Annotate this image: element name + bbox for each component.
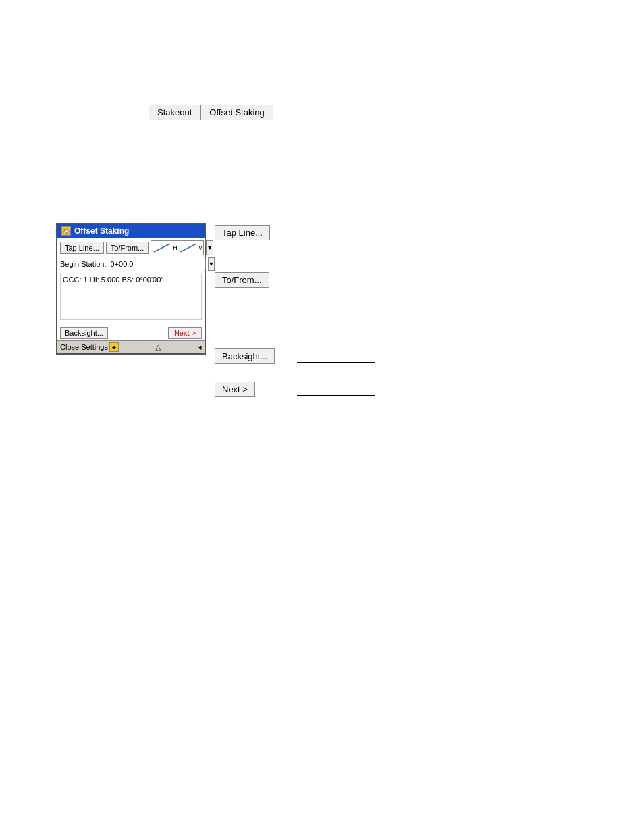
next-right-button[interactable]: Next > — [215, 382, 255, 397]
svg-line-0 — [154, 244, 170, 252]
page-container: Stakeout Offset Staking 🏠 Offset Staking… — [0, 0, 644, 834]
expand-icon: ◂ — [198, 343, 202, 352]
dialog-body: Tap Line... To/From... H v ▼ Begin Stati… — [57, 238, 205, 325]
top-tabs: Stakeout Offset Staking — [149, 105, 273, 120]
tap-line-right-button[interactable]: Tap Line... — [215, 225, 270, 240]
offset-staking-dialog: 🏠 Offset Staking Tap Line... To/From... … — [56, 223, 206, 355]
backsight-right-button[interactable]: Backsight... — [215, 348, 275, 364]
dialog-title-icon: 🏠 — [61, 226, 71, 236]
tap-line-button[interactable]: Tap Line... — [60, 242, 104, 254]
close-settings: Close Settings ★ — [60, 342, 119, 352]
dialog-bottom-bar: Close Settings ★ △ ◂ — [57, 340, 205, 353]
next-underline — [297, 395, 375, 396]
station-dropdown[interactable]: ▼ — [208, 257, 215, 271]
station-row: Begin Station: ▼ — [60, 257, 202, 271]
stakeout-tab[interactable]: Stakeout — [149, 105, 200, 120]
dialog-title-text: Offset Staking — [74, 226, 129, 236]
tab-underline — [177, 124, 244, 124]
survey-icon: △ — [153, 342, 163, 352]
tap-line-row: Tap Line... To/From... H v ▼ — [60, 240, 202, 255]
info-area: OCC: 1 HI: 5.000 BS: 0°00'00" — [60, 273, 202, 320]
station-label: Begin Station: — [60, 260, 107, 268]
v-label: v — [199, 244, 203, 251]
dialog-footer: Backsight... Next > — [57, 325, 205, 340]
next-button[interactable]: Next > — [168, 327, 202, 339]
backsight-underline — [297, 362, 375, 363]
v-line-icon — [179, 242, 198, 253]
h-label: H — [173, 244, 178, 251]
line-type-dropdown[interactable]: ▼ — [206, 240, 213, 255]
h-line-icon — [153, 242, 171, 253]
to-from-button[interactable]: To/From... — [106, 242, 149, 254]
dialog-titlebar: 🏠 Offset Staking — [57, 224, 205, 238]
svg-line-1 — [180, 244, 196, 252]
backsight-button[interactable]: Backsight... — [60, 327, 108, 339]
to-from-right-button[interactable]: To/From... — [215, 272, 269, 288]
offset-staking-tab[interactable]: Offset Staking — [200, 105, 273, 120]
settings-icon[interactable]: ★ — [109, 342, 119, 352]
line-icons-area: H v — [151, 240, 204, 255]
occ-info-text: OCC: 1 HI: 5.000 BS: 0°00'00" — [63, 276, 163, 284]
close-settings-label: Close Settings — [60, 343, 108, 351]
station-input[interactable] — [109, 259, 206, 269]
mid-underline — [199, 188, 267, 188]
